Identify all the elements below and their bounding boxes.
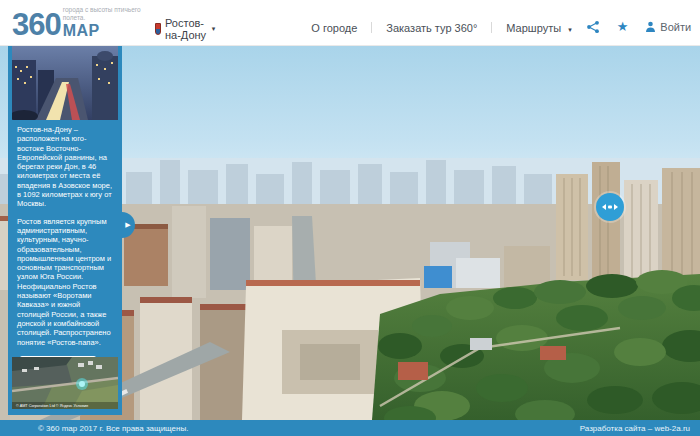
- login-label: Войти: [660, 21, 691, 33]
- footer-bar: © 360 map 2017 г. Все права защищены. Ра…: [0, 420, 700, 436]
- map-location-marker-core: [79, 381, 85, 387]
- login-button[interactable]: Войти: [645, 21, 691, 33]
- chevron-down-icon: ▾: [568, 26, 572, 33]
- map-attribution: © AMT Corporation Ltd © Яндекс Условия: [16, 404, 88, 408]
- header-actions: ★ Войти: [586, 20, 691, 34]
- site-logo[interactable]: 360 города с высоты птичьего полета. MAP: [12, 6, 145, 39]
- nav-order-tour[interactable]: Заказать тур 360°: [372, 22, 491, 34]
- main-nav: О городе Заказать тур 360° Маршруты ▾: [297, 22, 585, 34]
- panorama-hotspot-marker[interactable]: [596, 193, 624, 221]
- favorite-button[interactable]: ★: [617, 20, 629, 33]
- chevron-down-icon: ▾: [212, 25, 216, 33]
- pan-arrows-icon: [602, 201, 618, 213]
- city-selector[interactable]: Ростов-на-Дону ▾: [155, 17, 216, 41]
- top-bar: 360 города с высоты птичьего полета. MAP…: [0, 0, 700, 46]
- logo-tagline: города с высоты птичьего полета.: [63, 6, 145, 22]
- share-button[interactable]: [586, 20, 600, 34]
- developer-link[interactable]: Разработка сайта – web-2a.ru: [580, 424, 690, 433]
- city-night-photo: [12, 46, 118, 120]
- user-icon: [645, 21, 656, 32]
- share-icon: [586, 20, 600, 34]
- city-description-paragraph-2: Ростов является крупным административным…: [8, 217, 122, 347]
- city-coat-of-arms-icon: [155, 23, 161, 35]
- city-selector-label: Ростов-на-Дону: [165, 17, 208, 41]
- star-icon: ★: [617, 20, 629, 33]
- nav-routes[interactable]: Маршруты ▾: [492, 22, 585, 34]
- city-info-panel: Ростов-на-Дону – расположен на юго-восто…: [8, 44, 122, 415]
- logo-number: 360: [12, 11, 61, 39]
- forward-arrow-icon: ▶: [125, 221, 130, 229]
- location-minimap[interactable]: © AMT Corporation Ltd © Яндекс Условия: [12, 357, 118, 409]
- city-description-paragraph-1: Ростов-на-Дону – расположен на юго-восто…: [8, 125, 122, 209]
- copyright-text: © 360 map 2017 г. Все права защищены.: [38, 424, 188, 433]
- logo-word: MAP: [63, 23, 145, 39]
- nav-about-city[interactable]: О городе: [297, 22, 371, 34]
